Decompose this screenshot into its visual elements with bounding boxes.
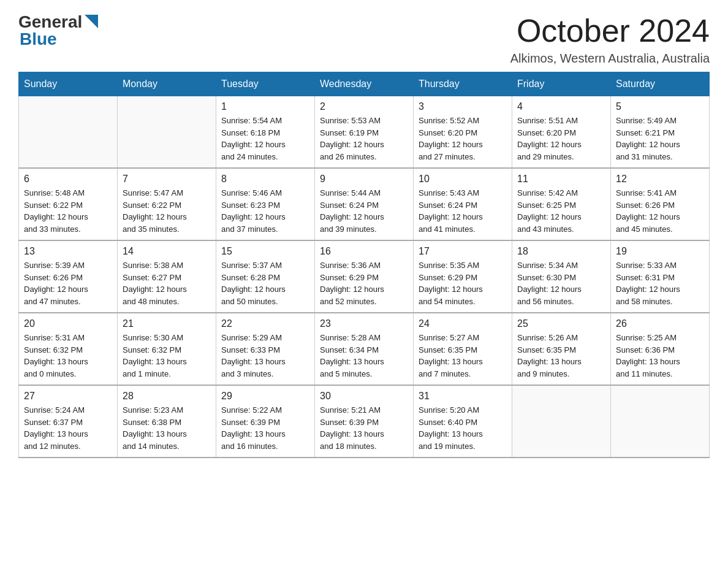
day-number: 18: [517, 246, 605, 257]
calendar-cell: 15Sunrise: 5:37 AMSunset: 6:28 PMDayligh…: [216, 240, 315, 313]
day-info: Sunrise: 5:38 AMSunset: 6:27 PMDaylight:…: [123, 259, 211, 307]
calendar-cell: 12Sunrise: 5:41 AMSunset: 6:26 PMDayligh…: [611, 168, 710, 240]
logo: General Blue: [18, 12, 98, 49]
day-info: Sunrise: 5:31 AMSunset: 6:32 PMDaylight:…: [24, 332, 112, 380]
day-number: 14: [123, 246, 211, 257]
day-info: Sunrise: 5:26 AMSunset: 6:35 PMDaylight:…: [517, 332, 605, 380]
day-info: Sunrise: 5:27 AMSunset: 6:35 PMDaylight:…: [419, 332, 507, 380]
day-number: 26: [616, 318, 704, 329]
calendar-cell: 31Sunrise: 5:20 AMSunset: 6:40 PMDayligh…: [414, 385, 512, 458]
day-info: Sunrise: 5:52 AMSunset: 6:20 PMDaylight:…: [419, 115, 507, 163]
day-info: Sunrise: 5:46 AMSunset: 6:23 PMDaylight:…: [221, 187, 309, 235]
calendar-cell: 25Sunrise: 5:26 AMSunset: 6:35 PMDayligh…: [512, 313, 611, 385]
svg-marker-0: [85, 15, 98, 28]
calendar-header-sunday: Sunday: [19, 72, 118, 96]
calendar-cell: 26Sunrise: 5:25 AMSunset: 6:36 PMDayligh…: [611, 313, 710, 385]
calendar-header-row: SundayMondayTuesdayWednesdayThursdayFrid…: [19, 72, 710, 96]
calendar-week-row: 13Sunrise: 5:39 AMSunset: 6:26 PMDayligh…: [19, 240, 710, 313]
calendar-table: SundayMondayTuesdayWednesdayThursdayFrid…: [18, 72, 710, 458]
calendar-header-wednesday: Wednesday: [315, 72, 414, 96]
calendar-week-row: 20Sunrise: 5:31 AMSunset: 6:32 PMDayligh…: [19, 313, 710, 385]
calendar-cell: 7Sunrise: 5:47 AMSunset: 6:22 PMDaylight…: [118, 168, 216, 240]
day-number: 19: [616, 246, 704, 257]
calendar-cell: 27Sunrise: 5:24 AMSunset: 6:37 PMDayligh…: [19, 385, 118, 458]
calendar-cell: 14Sunrise: 5:38 AMSunset: 6:27 PMDayligh…: [118, 240, 216, 313]
day-info: Sunrise: 5:37 AMSunset: 6:28 PMDaylight:…: [221, 259, 309, 307]
day-info: Sunrise: 5:41 AMSunset: 6:26 PMDaylight:…: [616, 187, 704, 235]
calendar-week-row: 6Sunrise: 5:48 AMSunset: 6:22 PMDaylight…: [19, 168, 710, 240]
day-number: 21: [123, 318, 211, 329]
calendar-cell: 2Sunrise: 5:53 AMSunset: 6:19 PMDaylight…: [315, 96, 414, 169]
calendar-header-tuesday: Tuesday: [216, 72, 315, 96]
day-number: 7: [123, 174, 211, 185]
day-info: Sunrise: 5:25 AMSunset: 6:36 PMDaylight:…: [616, 332, 704, 380]
day-info: Sunrise: 5:24 AMSunset: 6:37 PMDaylight:…: [24, 404, 112, 452]
calendar-cell: 6Sunrise: 5:48 AMSunset: 6:22 PMDaylight…: [19, 168, 118, 240]
calendar-cell: 22Sunrise: 5:29 AMSunset: 6:33 PMDayligh…: [216, 313, 315, 385]
day-info: Sunrise: 5:36 AMSunset: 6:29 PMDaylight:…: [320, 259, 408, 307]
day-number: 5: [616, 101, 704, 112]
day-number: 31: [419, 391, 507, 402]
calendar-cell: 11Sunrise: 5:42 AMSunset: 6:25 PMDayligh…: [512, 168, 611, 240]
day-info: Sunrise: 5:33 AMSunset: 6:31 PMDaylight:…: [616, 259, 704, 307]
calendar-header-saturday: Saturday: [611, 72, 710, 96]
page-header: General Blue October 2024 Alkimos, Weste…: [18, 12, 710, 66]
calendar-cell: 5Sunrise: 5:49 AMSunset: 6:21 PMDaylight…: [611, 96, 710, 169]
day-info: Sunrise: 5:28 AMSunset: 6:34 PMDaylight:…: [320, 332, 408, 380]
day-info: Sunrise: 5:49 AMSunset: 6:21 PMDaylight:…: [616, 115, 704, 163]
day-info: Sunrise: 5:48 AMSunset: 6:22 PMDaylight:…: [24, 187, 112, 235]
day-info: Sunrise: 5:20 AMSunset: 6:40 PMDaylight:…: [419, 404, 507, 452]
calendar-cell: [19, 96, 118, 169]
calendar-cell: 23Sunrise: 5:28 AMSunset: 6:34 PMDayligh…: [315, 313, 414, 385]
day-info: Sunrise: 5:43 AMSunset: 6:24 PMDaylight:…: [419, 187, 507, 235]
day-number: 12: [616, 174, 704, 185]
calendar-cell: 17Sunrise: 5:35 AMSunset: 6:29 PMDayligh…: [414, 240, 512, 313]
calendar-cell: 4Sunrise: 5:51 AMSunset: 6:20 PMDaylight…: [512, 96, 611, 169]
day-info: Sunrise: 5:34 AMSunset: 6:30 PMDaylight:…: [517, 259, 605, 307]
calendar-cell: 13Sunrise: 5:39 AMSunset: 6:26 PMDayligh…: [19, 240, 118, 313]
day-number: 29: [221, 391, 309, 402]
calendar-cell: 24Sunrise: 5:27 AMSunset: 6:35 PMDayligh…: [414, 313, 512, 385]
day-number: 17: [419, 246, 507, 257]
day-info: Sunrise: 5:39 AMSunset: 6:26 PMDaylight:…: [24, 259, 112, 307]
title-section: October 2024 Alkimos, Western Australia,…: [510, 12, 710, 66]
day-number: 24: [419, 318, 507, 329]
calendar-header-friday: Friday: [512, 72, 611, 96]
day-number: 4: [517, 101, 605, 112]
day-info: Sunrise: 5:35 AMSunset: 6:29 PMDaylight:…: [419, 259, 507, 307]
day-number: 25: [517, 318, 605, 329]
day-number: 16: [320, 246, 408, 257]
day-info: Sunrise: 5:44 AMSunset: 6:24 PMDaylight:…: [320, 187, 408, 235]
day-info: Sunrise: 5:54 AMSunset: 6:18 PMDaylight:…: [221, 115, 309, 163]
calendar-cell: 20Sunrise: 5:31 AMSunset: 6:32 PMDayligh…: [19, 313, 118, 385]
calendar-cell: 21Sunrise: 5:30 AMSunset: 6:32 PMDayligh…: [118, 313, 216, 385]
calendar-cell: [611, 385, 710, 458]
day-info: Sunrise: 5:21 AMSunset: 6:39 PMDaylight:…: [320, 404, 408, 452]
day-info: Sunrise: 5:53 AMSunset: 6:19 PMDaylight:…: [320, 115, 408, 163]
day-number: 2: [320, 101, 408, 112]
day-number: 30: [320, 391, 408, 402]
calendar-cell: 30Sunrise: 5:21 AMSunset: 6:39 PMDayligh…: [315, 385, 414, 458]
calendar-cell: 29Sunrise: 5:22 AMSunset: 6:39 PMDayligh…: [216, 385, 315, 458]
day-number: 15: [221, 246, 309, 257]
day-number: 20: [24, 318, 112, 329]
month-title: October 2024: [510, 12, 710, 49]
day-number: 28: [123, 391, 211, 402]
calendar-cell: 18Sunrise: 5:34 AMSunset: 6:30 PMDayligh…: [512, 240, 611, 313]
day-number: 10: [419, 174, 507, 185]
calendar-header-monday: Monday: [118, 72, 216, 96]
day-number: 27: [24, 391, 112, 402]
calendar-cell: 28Sunrise: 5:23 AMSunset: 6:38 PMDayligh…: [118, 385, 216, 458]
day-number: 1: [221, 101, 309, 112]
calendar-cell: [512, 385, 611, 458]
calendar-cell: 3Sunrise: 5:52 AMSunset: 6:20 PMDaylight…: [414, 96, 512, 169]
day-info: Sunrise: 5:30 AMSunset: 6:32 PMDaylight:…: [123, 332, 211, 380]
day-info: Sunrise: 5:22 AMSunset: 6:39 PMDaylight:…: [221, 404, 309, 452]
calendar-cell: 16Sunrise: 5:36 AMSunset: 6:29 PMDayligh…: [315, 240, 414, 313]
day-number: 9: [320, 174, 408, 185]
location-text: Alkimos, Western Australia, Australia: [510, 52, 710, 66]
calendar-cell: 1Sunrise: 5:54 AMSunset: 6:18 PMDaylight…: [216, 96, 315, 169]
calendar-cell: [118, 96, 216, 169]
day-number: 11: [517, 174, 605, 185]
day-info: Sunrise: 5:47 AMSunset: 6:22 PMDaylight:…: [123, 187, 211, 235]
